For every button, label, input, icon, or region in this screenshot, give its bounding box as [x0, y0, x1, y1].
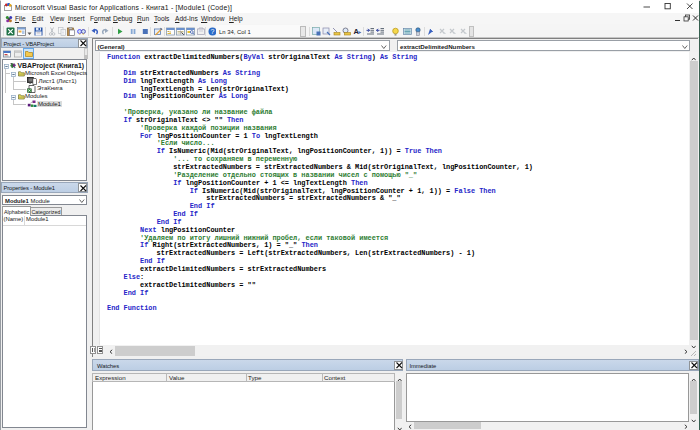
svg-text:?: ? [210, 28, 214, 35]
